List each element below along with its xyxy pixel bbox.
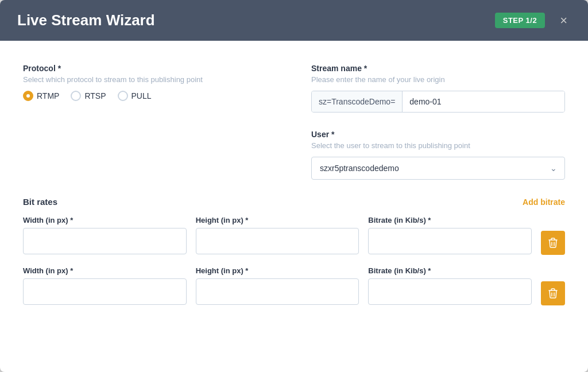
bitrate-row-1: Width (in px) * Height (in px) * Bitrate… — [23, 216, 565, 255]
add-bitrate-button[interactable]: Add bitrate — [523, 197, 565, 207]
rtsp-radio-circle — [71, 91, 81, 101]
modal-body: Protocol * Select which protocol to stre… — [0, 41, 588, 372]
bitrates-section: Bit rates Add bitrate Width (in px) * He… — [23, 197, 565, 305]
bitrate-label-1: Bitrate (in Kib/s) * — [368, 216, 532, 224]
width-field-1: Width (in px) * — [23, 216, 187, 254]
height-label-2: Height (in px) * — [196, 266, 359, 275]
bitrate-label-2: Bitrate (in Kib/s) * — [368, 266, 532, 275]
trash-icon — [548, 238, 558, 248]
user-spacer — [23, 130, 277, 180]
user-select-wrapper: szxr5ptranscodedemo ⌄ — [311, 157, 565, 180]
height-input-2[interactable] — [196, 278, 359, 305]
stream-name-hint: Please enter the name of your live origi… — [311, 75, 565, 84]
rtmp-radio-item[interactable]: RTMP — [23, 91, 59, 101]
user-form-row: User * Select the user to stream to this… — [23, 130, 565, 180]
width-label-1: Width (in px) * — [23, 216, 187, 224]
user-section: User * Select the user to stream to this… — [311, 130, 565, 180]
width-field-2: Width (in px) * — [23, 266, 187, 305]
rtmp-radio-circle — [23, 91, 33, 101]
delete-bitrate-button-2[interactable] — [541, 281, 565, 305]
bitrate-field-1: Bitrate (in Kib/s) * — [368, 216, 532, 254]
delete-bitrate-button-1[interactable] — [541, 231, 565, 255]
modal-container: Live Stream Wizard STEP 1/2 × Protocol *… — [0, 0, 588, 372]
rtmp-label: RTMP — [37, 91, 59, 100]
user-hint: Select the user to stream to this publis… — [311, 141, 565, 150]
stream-name-label: Stream name * — [311, 64, 565, 73]
protocol-section: Protocol * Select which protocol to stre… — [23, 64, 277, 113]
width-input-1[interactable] — [23, 228, 187, 254]
pull-label: PULL — [131, 91, 152, 100]
protocol-hint: Select which protocol to stream to this … — [23, 75, 277, 84]
bitrate-field-2: Bitrate (in Kib/s) * — [368, 266, 532, 305]
stream-name-input[interactable] — [403, 91, 564, 112]
header-right: STEP 1/2 × — [495, 13, 571, 28]
bitrates-title: Bit rates — [23, 197, 57, 207]
pull-radio-circle — [118, 91, 128, 101]
close-button[interactable]: × — [556, 13, 571, 28]
height-input-1[interactable] — [196, 228, 359, 254]
step-badge: STEP 1/2 — [495, 13, 545, 28]
stream-name-prefix: sz=TranscodeDemo= — [312, 91, 403, 112]
top-form-row: Protocol * Select which protocol to stre… — [23, 64, 565, 113]
height-field-2: Height (in px) * — [196, 266, 359, 305]
modal-title: Live Stream Wizard — [17, 11, 155, 29]
height-field-1: Height (in px) * — [196, 216, 359, 254]
rtsp-radio-item[interactable]: RTSP — [71, 91, 106, 101]
user-label: User * — [311, 130, 565, 139]
height-label-1: Height (in px) * — [196, 216, 359, 224]
pull-radio-item[interactable]: PULL — [118, 91, 152, 101]
modal-header: Live Stream Wizard STEP 1/2 × — [0, 0, 588, 41]
bitrates-header: Bit rates Add bitrate — [23, 197, 565, 207]
width-label-2: Width (in px) * — [23, 266, 187, 275]
rtsp-label: RTSP — [84, 91, 106, 100]
trash-icon-2 — [548, 288, 558, 299]
user-select[interactable]: szxr5ptranscodedemo — [311, 157, 565, 180]
protocol-radio-group: RTMP RTSP PULL — [23, 91, 277, 101]
bitrate-input-1[interactable] — [368, 228, 532, 254]
bitrate-row-2: Width (in px) * Height (in px) * Bitrate… — [23, 266, 565, 305]
protocol-label: Protocol * — [23, 64, 277, 73]
width-input-2[interactable] — [23, 278, 187, 305]
stream-name-section: Stream name * Please enter the name of y… — [311, 64, 565, 113]
stream-name-input-wrapper: sz=TranscodeDemo= — [311, 91, 565, 113]
bitrate-input-2[interactable] — [368, 278, 532, 305]
